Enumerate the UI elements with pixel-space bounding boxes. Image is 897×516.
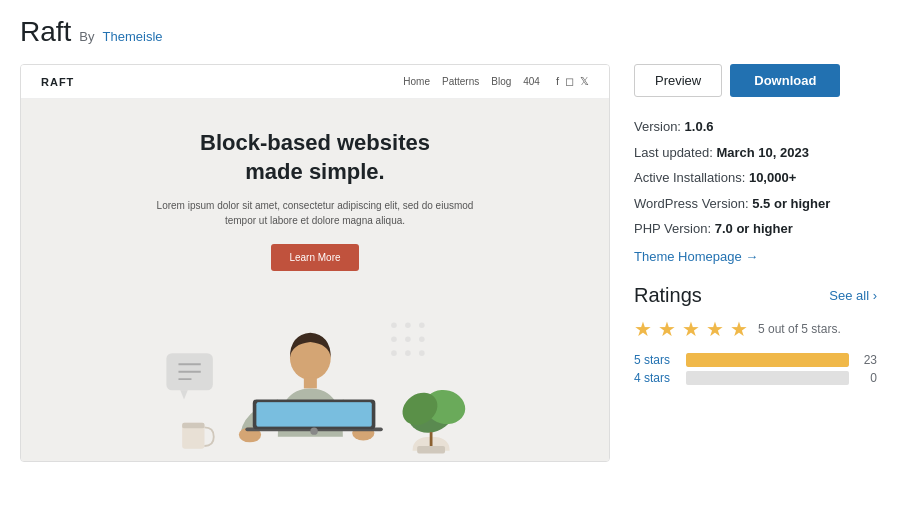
wp-version-value: 5.5 or higher: [752, 196, 830, 211]
download-button[interactable]: Download: [730, 64, 840, 97]
bar-label-5: 5 stars: [634, 353, 678, 367]
bar-track-4: [686, 371, 849, 385]
nav-link-blog: Blog: [491, 76, 511, 87]
illustration-svg: [41, 301, 589, 461]
hero-heading: Block-based websites made simple.: [41, 129, 589, 186]
svg-rect-23: [256, 403, 371, 427]
svg-rect-15: [182, 423, 204, 429]
instagram-icon: ◻: [565, 75, 574, 88]
see-all-label: See all: [829, 288, 869, 303]
svg-marker-13: [180, 390, 187, 399]
mini-nav-logo: RAFT: [41, 76, 74, 88]
rating-bar-4stars: 4 stars 0: [634, 371, 877, 385]
nav-link-patterns: Patterns: [442, 76, 479, 87]
learn-more-button[interactable]: Learn More: [271, 244, 358, 271]
active-installs-row: Active Installations: 10,000+: [634, 168, 877, 188]
main-content: RAFT Home Patterns Blog 404 f ◻ 𝕏 Block-…: [20, 64, 877, 462]
meta-info: Version: 1.0.6 Last updated: March 10, 2…: [634, 117, 877, 264]
bar-track-5: [686, 353, 849, 367]
active-installs-value: 10,000+: [749, 170, 796, 185]
stars-row: ★ ★ ★ ★ ★ 5 out of 5 stars.: [634, 317, 877, 341]
mini-nav-icons: f ◻ 𝕏: [556, 75, 589, 88]
version-value: 1.0.6: [685, 119, 714, 134]
last-updated-label: Last updated:: [634, 145, 713, 160]
svg-point-24: [310, 428, 317, 435]
preview-button[interactable]: Preview: [634, 64, 722, 97]
svg-point-1: [405, 323, 411, 329]
wp-version-label: WordPress Version:: [634, 196, 749, 211]
mini-hero: Block-based websites made simple. Lorem …: [21, 99, 609, 291]
see-all-link[interactable]: See all ›: [829, 288, 877, 303]
svg-point-0: [391, 323, 397, 329]
svg-rect-25: [417, 446, 445, 453]
action-buttons: Preview Download: [634, 64, 877, 97]
preview-pane: RAFT Home Patterns Blog 404 f ◻ 𝕏 Block-…: [20, 64, 610, 462]
version-label: Version:: [634, 119, 681, 134]
ratings-title: Ratings: [634, 284, 702, 307]
rating-bar-5stars: 5 stars 23: [634, 353, 877, 367]
svg-point-8: [419, 351, 425, 357]
page-title: Raft: [20, 16, 71, 48]
hero-paragraph: Lorem ipsum dolor sit amet, consectetur …: [155, 198, 475, 228]
bar-fill-5: [686, 353, 849, 367]
svg-rect-17: [304, 377, 317, 388]
star-5: ★: [730, 317, 748, 341]
by-label: By: [79, 29, 94, 44]
php-version-label: PHP Version:: [634, 221, 711, 236]
mini-illustration: [21, 291, 609, 461]
version-row: Version: 1.0.6: [634, 117, 877, 137]
star-1: ★: [634, 317, 652, 341]
see-all-chevron: ›: [873, 288, 877, 303]
star-3: ★: [682, 317, 700, 341]
last-updated-value: March 10, 2023: [716, 145, 809, 160]
nav-link-home: Home: [403, 76, 430, 87]
svg-point-6: [391, 351, 397, 357]
author-link[interactable]: Themeisle: [103, 29, 163, 44]
theme-homepage-link[interactable]: Theme Homepage →: [634, 249, 758, 264]
hero-heading-line2: made simple.: [245, 159, 384, 184]
bar-count-5: 23: [857, 353, 877, 367]
rating-bars: 5 stars 23 4 stars 0: [634, 353, 877, 385]
svg-point-4: [405, 337, 411, 343]
svg-point-5: [419, 337, 425, 343]
last-updated-row: Last updated: March 10, 2023: [634, 143, 877, 163]
theme-preview: RAFT Home Patterns Blog 404 f ◻ 𝕏 Block-…: [21, 65, 609, 461]
bar-label-4: 4 stars: [634, 371, 678, 385]
wp-version-row: WordPress Version: 5.5 or higher: [634, 194, 877, 214]
active-installs-label: Active Installations:: [634, 170, 745, 185]
hero-heading-line1: Block-based websites: [200, 130, 430, 155]
php-version-row: PHP Version: 7.0 or higher: [634, 219, 877, 239]
bar-count-4: 0: [857, 371, 877, 385]
php-version-value: 7.0 or higher: [715, 221, 793, 236]
svg-point-2: [419, 323, 425, 329]
sidebar-info: Preview Download Version: 1.0.6 Last upd…: [634, 64, 877, 389]
star-4: ★: [706, 317, 724, 341]
page-header: Raft By Themeisle: [20, 16, 877, 48]
star-2: ★: [658, 317, 676, 341]
ratings-header: Ratings See all ›: [634, 284, 877, 307]
nav-link-404: 404: [523, 76, 540, 87]
stars-label: 5 out of 5 stars.: [758, 322, 841, 336]
mini-nav: RAFT Home Patterns Blog 404 f ◻ 𝕏: [21, 65, 609, 99]
svg-point-3: [391, 337, 397, 343]
twitter-icon: 𝕏: [580, 75, 589, 88]
facebook-icon: f: [556, 75, 559, 88]
svg-point-7: [405, 351, 411, 357]
mini-nav-links: Home Patterns Blog 404 f ◻ 𝕏: [403, 75, 589, 88]
ratings-section: Ratings See all › ★ ★ ★ ★ ★ 5 out of 5 s…: [634, 284, 877, 385]
